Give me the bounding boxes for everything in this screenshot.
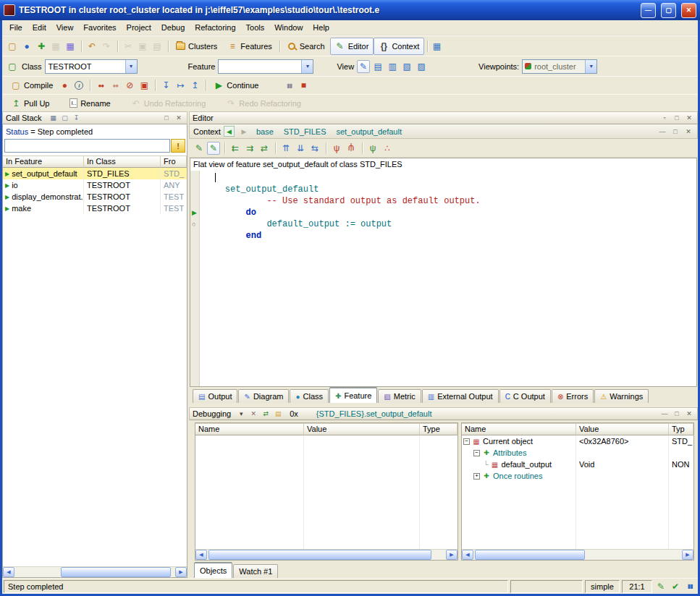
tab-diagram[interactable]: ✎ Diagram (238, 389, 289, 403)
feature-combo[interactable]: ▾ (218, 59, 313, 74)
code-line[interactable]: set_output_default (204, 184, 696, 195)
chevron-down-icon[interactable]: ▾ (585, 60, 596, 73)
copy-icon[interactable]: ▣ (136, 40, 149, 53)
menu-help[interactable]: Help (308, 21, 334, 34)
forward-icon[interactable]: ▶ (237, 125, 250, 138)
code-editor[interactable]: set_output_default -- Use standard outpu… (201, 171, 696, 386)
close-icon[interactable]: ✕ (683, 127, 693, 137)
menu-file[interactable]: File (4, 21, 28, 34)
column-type[interactable]: Typ (669, 423, 693, 435)
ancestors-icon[interactable]: ⇈ (279, 142, 292, 155)
scrollbar-track[interactable] (473, 550, 682, 560)
back-icon[interactable]: ◀ (224, 126, 235, 137)
tree-row-default-output[interactable]: └ ▦ default_output Void NON (462, 459, 693, 470)
menu-project[interactable]: Project (122, 21, 156, 34)
tab-feature[interactable]: ✚ Feature (329, 387, 377, 403)
tree-row-once-routines[interactable]: + ✚ Once routines (462, 470, 693, 482)
maximize-icon[interactable]: □ (672, 409, 682, 419)
maximize-icon[interactable]: □ (672, 113, 682, 123)
caret-down-icon[interactable]: ▾ (236, 409, 246, 419)
scroll-right-icon[interactable]: ▶ (682, 550, 693, 560)
scrollbar-track[interactable] (207, 550, 446, 560)
set-stack-depth-icon[interactable]: ↧ (72, 113, 82, 123)
close-button[interactable]: ✕ (681, 3, 696, 18)
restore-button[interactable]: ▢ (661, 3, 676, 18)
features-button[interactable]: ≡ Features (222, 38, 277, 55)
tab-warnings[interactable]: ⚠ Warnings (594, 389, 649, 403)
breadcrumb-class[interactable]: STD_FILES (284, 127, 326, 136)
close-icon[interactable]: ✕ (684, 409, 694, 419)
watch-hscrollbar[interactable]: ◀ ▶ (195, 549, 457, 560)
column-from[interactable]: Fro (161, 156, 187, 168)
column-name[interactable]: Name (195, 423, 304, 435)
call-stack-header[interactable]: Call Stack ▦▢↧ □ ✕ (2, 111, 187, 124)
continue-button[interactable]: ▶ Continue (208, 77, 263, 94)
menu-refactoring[interactable]: Refactoring (190, 21, 240, 34)
new-window-icon[interactable]: ▢ (6, 40, 19, 53)
clusters-button[interactable]: Clusters (171, 40, 222, 53)
editor-header[interactable]: Editor ▫ □ ✕ (189, 111, 698, 124)
watch-table-body[interactable] (195, 435, 457, 549)
stack-depth-input[interactable] (4, 139, 170, 153)
collapse-icon[interactable]: − (473, 450, 480, 456)
editor-button[interactable]: ✎ Editor (330, 38, 374, 55)
close-watch-icon[interactable]: ✕ (248, 409, 258, 419)
menu-debug[interactable]: Debug (156, 21, 190, 34)
enable-breakpoints-icon[interactable]: ●● (94, 79, 107, 92)
basic-text-view-icon[interactable]: ✎ (357, 60, 370, 73)
undo-icon[interactable]: ↶ (85, 40, 98, 53)
cut-icon[interactable]: ✂ (122, 40, 135, 53)
tab-objects[interactable]: Objects (194, 562, 232, 578)
call-stack-row[interactable]: ▶ make TESTROOT TEST (3, 203, 187, 214)
contract-view-icon[interactable]: ▧ (400, 60, 413, 73)
call-stack-row[interactable]: ▶ set_output_default STD_FILES STD_ (3, 168, 187, 179)
undo-refactoring-button[interactable]: ↶ Undo Refactoring (126, 95, 211, 112)
tab-watch-1[interactable]: Watch #1 (233, 564, 278, 578)
column-in-feature[interactable]: In Feature (3, 156, 84, 168)
maximize-icon[interactable]: □ (670, 127, 680, 137)
code-line[interactable]: -- Use standard output as default output… (204, 195, 696, 207)
save-all-icon[interactable]: ▦ (64, 40, 77, 53)
viewpoints-combo[interactable]: root_cluster ▾ (522, 59, 597, 74)
edit-feature-icon[interactable]: ✎ (193, 142, 206, 155)
column-type[interactable]: Type (420, 423, 457, 435)
descendant-versions-icon[interactable]: ψ (345, 142, 358, 155)
tab-class[interactable]: ● Class (290, 389, 329, 403)
breakpoint-slot-icon[interactable]: ○ (192, 221, 195, 228)
search-button[interactable]: Search (283, 40, 330, 53)
code-line[interactable]: do (204, 207, 696, 218)
breadcrumb-base[interactable]: base (256, 127, 274, 136)
scroll-right-icon[interactable]: ▶ (175, 567, 187, 577)
refresh-stack-button[interactable]: ! (171, 139, 185, 153)
minimize-icon[interactable]: — (657, 127, 667, 137)
scroll-right-icon[interactable]: ▶ (446, 550, 457, 560)
debugging-header[interactable]: Debugging ▾✕⇄▤ 0x {STD_FILES}.set_output… (189, 407, 698, 420)
code-line[interactable] (204, 172, 696, 184)
menu-view[interactable]: View (51, 21, 79, 34)
expand-icon[interactable]: + (473, 473, 480, 480)
save-call-stack-icon[interactable]: ▦ (49, 113, 59, 123)
exchange-icon[interactable]: ⇄ (261, 409, 271, 419)
scroll-left-icon[interactable]: ◀ (3, 567, 14, 577)
menu-window[interactable]: Window (269, 21, 308, 34)
pause-icon[interactable]: ▮▮ (282, 79, 295, 92)
objects-hscrollbar[interactable]: ◀ ▶ (462, 549, 693, 560)
column-in-class[interactable]: In Class (84, 156, 161, 168)
redo-refactoring-button[interactable]: ↷ Redo Refactoring (221, 95, 306, 112)
title-bar[interactable]: TESTROOT in cluster root_cluster located… (0, 0, 700, 20)
column-value[interactable]: Value (304, 423, 420, 435)
code-line[interactable]: default_output := output (204, 218, 696, 230)
close-icon[interactable]: ✕ (684, 113, 694, 123)
chevron-down-icon[interactable]: ▾ (301, 60, 313, 73)
add-class-icon[interactable]: ✚ (35, 40, 48, 53)
scroll-left-icon[interactable]: ◀ (195, 550, 207, 560)
assigners-icon[interactable]: ⇄ (258, 142, 271, 155)
maximize-icon[interactable]: □ (161, 113, 172, 123)
flat-view-icon[interactable]: ▥ (386, 60, 399, 73)
tab-c-output[interactable]: C C Output (499, 389, 551, 403)
implementers-icon[interactable]: ∴ (381, 142, 394, 155)
tab-output[interactable]: ▤ Output (193, 389, 237, 403)
stop-icon[interactable]: ■ (297, 79, 310, 92)
homonyms-icon[interactable]: ψ (366, 142, 379, 155)
info-icon[interactable]: i (75, 81, 83, 90)
